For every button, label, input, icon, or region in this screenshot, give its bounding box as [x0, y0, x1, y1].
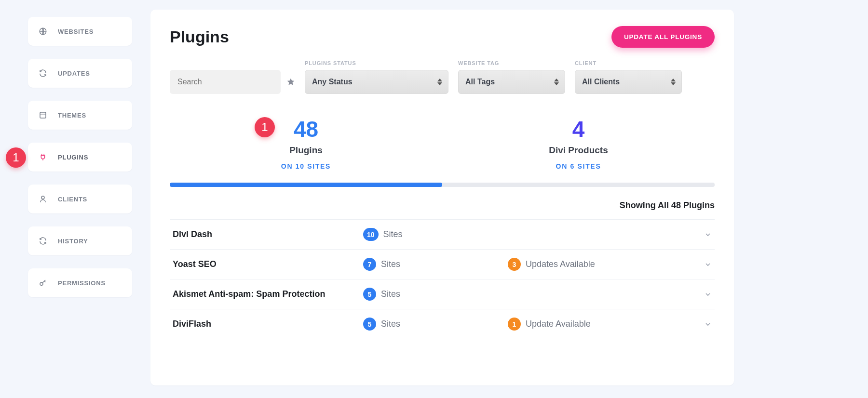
main-panel: Plugins UPDATE ALL PLUGINS PLUGINS STATU…: [150, 10, 734, 385]
sidebar: WEBSITES UPDATES THEMES PLUGINS CLIENTS …: [28, 17, 132, 297]
page-title: Plugins: [170, 27, 229, 46]
sites-label: Sites: [381, 319, 400, 329]
select-caret-icon: [437, 79, 442, 85]
plugin-sites: 5Sites: [363, 318, 508, 331]
step-badge: 1: [255, 117, 275, 137]
select-value: All Tags: [465, 78, 495, 86]
sidebar-item-label: PERMISSIONS: [58, 279, 106, 287]
sidebar-item-plugins[interactable]: PLUGINS: [28, 143, 132, 172]
select-caret-icon: [671, 79, 676, 85]
chevron-down-icon: [704, 291, 712, 298]
stat-label: Divi Products: [442, 145, 715, 156]
updates-badge: 1: [508, 318, 521, 331]
sidebar-item-label: PLUGINS: [58, 154, 88, 161]
sidebar-item-label: HISTORY: [58, 238, 88, 245]
step-badge: 1: [6, 147, 26, 168]
layout-icon: [39, 111, 47, 119]
select-value: All Clients: [582, 78, 620, 86]
update-all-plugins-button[interactable]: UPDATE ALL PLUGINS: [611, 26, 715, 48]
plugin-sites: 10Sites: [363, 228, 508, 241]
star-icon[interactable]: [286, 78, 295, 86]
filters-row: PLUGINS STATUS Any Status WEBSITE TAG Al…: [170, 60, 715, 94]
plugin-name: Yoast SEO: [173, 259, 363, 269]
results-summary: Showing All 48 Plugins: [170, 200, 715, 211]
plugin-name: Akismet Anti-spam: Spam Protection: [173, 289, 363, 299]
chevron-down-icon: [704, 231, 712, 239]
select-caret-icon: [554, 79, 559, 85]
stat-subtext: ON 6 SITES: [442, 162, 715, 170]
plugins-status-select[interactable]: Any Status: [305, 70, 448, 94]
client-select[interactable]: All Clients: [575, 70, 682, 94]
refresh-icon: [39, 69, 47, 78]
plugin-updates: 1Update Available: [508, 318, 704, 331]
key-icon: [39, 279, 47, 287]
plugin-row[interactable]: Akismet Anti-spam: Spam Protection5Sites: [170, 279, 715, 309]
user-icon: [39, 195, 47, 203]
updates-badge: 3: [508, 258, 521, 271]
stat-value: 48: [170, 116, 442, 142]
plugin-sites: 5Sites: [363, 288, 508, 301]
sidebar-item-label: THEMES: [58, 112, 86, 119]
plugin-name: DiviFlash: [173, 319, 363, 329]
sites-badge: 5: [363, 318, 376, 331]
plug-icon: [39, 153, 47, 161]
sidebar-item-clients[interactable]: CLIENTS: [28, 185, 132, 213]
website-tag-select[interactable]: All Tags: [458, 70, 565, 94]
search-input[interactable]: [170, 70, 281, 94]
plugin-updates: 3Updates Available: [508, 258, 704, 271]
sidebar-item-label: CLIENTS: [58, 196, 87, 203]
plugin-row[interactable]: DiviFlash5Sites1Update Available: [170, 309, 715, 339]
progress-bar: [170, 183, 715, 187]
sites-label: Sites: [383, 229, 403, 239]
plugin-list: Divi Dash10SitesYoast SEO7Sites3Updates …: [170, 219, 715, 339]
sidebar-item-updates[interactable]: UPDATES: [28, 59, 132, 88]
plugin-row[interactable]: Divi Dash10Sites: [170, 220, 715, 250]
chevron-down-icon: [704, 320, 712, 328]
svg-point-2: [41, 196, 44, 199]
sidebar-item-permissions[interactable]: PERMISSIONS: [28, 268, 132, 297]
sites-badge: 10: [363, 228, 379, 241]
sidebar-item-themes[interactable]: THEMES: [28, 101, 132, 130]
sidebar-item-label: UPDATES: [58, 70, 90, 77]
chevron-down-icon: [704, 261, 712, 268]
plugin-row[interactable]: Yoast SEO7Sites3Updates Available: [170, 250, 715, 279]
stat-label: Plugins: [170, 145, 442, 156]
updates-label: Updates Available: [526, 259, 595, 269]
sidebar-item-history[interactable]: HISTORY: [28, 226, 132, 255]
filter-label-client: CLIENT: [575, 60, 682, 66]
plugin-sites: 7Sites: [363, 258, 508, 271]
filter-label-status: PLUGINS STATUS: [305, 60, 448, 66]
stat-plugins[interactable]: 1 48 Plugins ON 10 SITES: [170, 116, 442, 170]
stat-divi-products[interactable]: 4 Divi Products ON 6 SITES: [442, 116, 715, 170]
sidebar-item-label: WEBSITES: [58, 28, 94, 35]
svg-rect-1: [40, 112, 46, 118]
globe-icon: [39, 27, 47, 36]
filter-label-tag: WEBSITE TAG: [458, 60, 565, 66]
stats-row: 1 48 Plugins ON 10 SITES 4 Divi Products…: [170, 116, 715, 170]
select-value: Any Status: [312, 78, 353, 86]
sites-label: Sites: [381, 289, 400, 299]
sites-label: Sites: [381, 259, 400, 269]
updates-label: Update Available: [526, 319, 591, 329]
refresh-icon: [39, 237, 47, 245]
sidebar-item-websites[interactable]: WEBSITES: [28, 17, 132, 46]
sites-badge: 5: [363, 288, 376, 301]
plugin-name: Divi Dash: [173, 229, 363, 239]
stat-subtext: ON 10 SITES: [170, 162, 442, 170]
stat-value: 4: [442, 116, 715, 142]
progress-fill: [170, 183, 442, 187]
sites-badge: 7: [363, 258, 376, 271]
svg-point-3: [40, 282, 43, 285]
